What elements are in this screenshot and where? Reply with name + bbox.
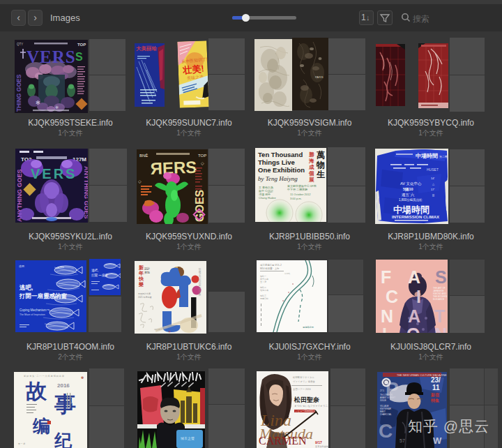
svg-text:11 October 2012: 11 October 2012: [290, 193, 311, 196]
svg-text:週五˙六: 週五˙六: [402, 193, 415, 197]
svg-text:✻: ✻: [55, 105, 59, 110]
svg-text:成: 成: [308, 164, 314, 170]
svg-text:ANYTHING GOES: ANYTHING GOES: [83, 166, 88, 219]
svg-text:淮海中路: 淮海中路: [260, 289, 268, 292]
svg-text:逃吧,: 逃吧,: [91, 269, 98, 272]
svg-text:N: N: [434, 324, 447, 333]
svg-text:五十號: 五十號: [260, 281, 266, 283]
svg-text:17′: 17′: [431, 188, 434, 191]
svg-text:大美丽绘: 大美丽绘: [136, 45, 158, 52]
svg-text:S: S: [75, 51, 83, 63]
svg-text:BNĒ: BNĒ: [139, 154, 148, 158]
svg-text:松田聖奈リサイタル: 松田聖奈リサイタル: [293, 376, 314, 379]
svg-text:中場時間: 中場時間: [416, 153, 438, 159]
svg-text:ELEGANCE: ELEGANCE: [433, 298, 444, 301]
svg-text:中場時間: 中場時間: [393, 204, 429, 215]
svg-text:One Exhibition: One Exhibition: [258, 166, 305, 174]
svg-text:23/: 23/: [431, 376, 441, 384]
svg-text:打開一扇靈感的窗: 打開一扇靈感的窗: [19, 292, 68, 299]
svg-text:5隔10: 5隔10: [403, 187, 413, 192]
svg-text:1,800分鐘馬拉松: 1,800分鐘馬拉松: [399, 198, 423, 202]
svg-text:特集: 特集: [430, 398, 439, 403]
svg-text:9/17: 9/17: [315, 440, 322, 445]
svg-text:VERS: VERS: [26, 47, 76, 66]
svg-text:GRAPHIC DESIGN FESTIVAL: GRAPHIC DESIGN FESTIVAL: [198, 268, 201, 297]
svg-text:城市漫遊指南 VOL.2: 城市漫遊指南 VOL.2: [259, 263, 282, 267]
svg-text:11: 11: [432, 384, 440, 391]
svg-text:M50 創意園 · 上海: M50 創意園 · 上海: [260, 267, 280, 270]
svg-text:デビュー10周年記念: デビュー10周年記念: [296, 410, 317, 412]
svg-text:T: T: [434, 306, 445, 326]
svg-text:C: C: [379, 420, 393, 442]
svg-text:by Teng Haiyng: by Teng Haiyng: [258, 175, 298, 182]
svg-text:2016: 2016: [57, 382, 70, 389]
svg-text:新: 新: [138, 264, 144, 271]
svg-text:漫遊路線圖: 漫遊路線圖: [303, 326, 314, 329]
svg-text:物: 物: [316, 160, 325, 170]
svg-text:27.5: 27.5: [380, 389, 384, 392]
svg-text:F: F: [381, 267, 391, 287]
svg-text:2021 年度精選: 2021 年度精選: [138, 296, 152, 299]
svg-text:S: S: [435, 267, 447, 287]
svg-text:The Maze of Inspiration: The Maze of Inspiration: [20, 313, 45, 316]
svg-text:TOP: TOP: [77, 43, 86, 47]
svg-text:TOP: TOP: [198, 154, 206, 158]
svg-text:新 故 事 集 · 二 〇 一 六 年 度 特 輯 出 版: 新 故 事 集 · 二 〇 一 六 年 度 特 輯 出 版: [24, 375, 65, 378]
svg-text:逃吧,: 逃吧,: [19, 284, 33, 291]
svg-text:|||: |||: [432, 193, 434, 197]
svg-text:I: I: [382, 324, 387, 333]
svg-text:Things Live: Things Live: [258, 158, 295, 166]
svg-text:故: 故: [25, 380, 47, 403]
svg-text:逃吧: 逃吧: [19, 264, 24, 268]
svg-text:城市之聲: 城市之聲: [180, 436, 195, 441]
svg-text:◇: ◇: [138, 179, 142, 184]
svg-text:C: C: [386, 287, 398, 306]
svg-text:INTERMISSION CLIMAX: INTERMISSION CLIMAX: [392, 215, 439, 219]
svg-text:14′: 14′: [431, 177, 434, 180]
svg-text:東京文化会館: 東京文化会館: [315, 445, 328, 448]
svg-text:✽: ✽: [81, 375, 84, 380]
svg-text:展覽: 展覽: [144, 271, 150, 274]
svg-text:全国ツアー 2016: 全国ツアー 2016: [293, 388, 311, 391]
svg-text:松田聖奈: 松田聖奈: [294, 396, 320, 403]
svg-text:二〇二一: 二〇二一: [154, 328, 162, 331]
svg-text:O: O: [406, 324, 420, 333]
svg-text:Ten Thousand: Ten Thousand: [258, 151, 303, 158]
svg-text:黑白大廈 六樓 圓廳: 黑白大廈 六樓 圓廳: [442, 191, 446, 214]
svg-text:N: N: [381, 306, 393, 326]
svg-text:THING GOES: THING GOES: [15, 74, 22, 112]
svg-text:CHARCOAL: CHARCOAL: [380, 413, 392, 416]
svg-text:Coping Mechanism™: Coping Mechanism™: [20, 308, 50, 312]
svg-text:第二季: 第二季: [439, 155, 448, 158]
svg-text:思南公館: 思南公館: [259, 297, 268, 300]
svg-text:57: 57: [400, 438, 405, 443]
svg-text:纪: 纪: [54, 431, 73, 448]
svg-text:まつだ せいな / ヴァイオリニスト: まつだ せいな / ヴァイオリニスト: [294, 404, 328, 408]
svg-text:✻: ✻: [36, 100, 40, 106]
svg-text:年: 年: [168, 330, 171, 334]
svg-text:W: W: [433, 435, 442, 446]
svg-text:QTY: QTY: [17, 43, 23, 46]
svg-text:PARIS: PARIS: [315, 75, 324, 79]
svg-text:I: I: [416, 287, 421, 306]
svg-text:展: 展: [308, 177, 314, 183]
svg-text:编: 编: [32, 417, 50, 435]
svg-text:AV 文化中心: AV 文化中心: [400, 181, 422, 186]
svg-text:第 一 輯: 第 一 輯: [18, 442, 25, 445]
svg-text:樂: 樂: [138, 282, 144, 288]
svg-text:勝: 勝: [308, 151, 314, 158]
svg-text:快: 快: [138, 276, 144, 282]
svg-text:中下層 二樓展廳: 中下層 二樓展廳: [287, 188, 307, 191]
svg-text:出發點: 出發點: [284, 272, 291, 275]
svg-text:◇: ◇: [201, 161, 204, 165]
svg-text:A: A: [408, 306, 420, 326]
svg-text:平面設計之美: 平面設計之美: [138, 292, 151, 295]
svg-text:ヴァイオリン 協奏曲: ヴァイオリン 協奏曲: [293, 380, 315, 383]
svg-text:事: 事: [54, 392, 76, 417]
svg-text:海: 海: [308, 158, 314, 164]
svg-text:CARMEN: CARMEN: [259, 435, 307, 447]
svg-text:萬: 萬: [317, 150, 325, 160]
svg-text:年: 年: [138, 270, 144, 276]
svg-text:3:00 p.m.: 3:00 p.m.: [290, 197, 302, 200]
svg-text:A: A: [408, 267, 420, 287]
